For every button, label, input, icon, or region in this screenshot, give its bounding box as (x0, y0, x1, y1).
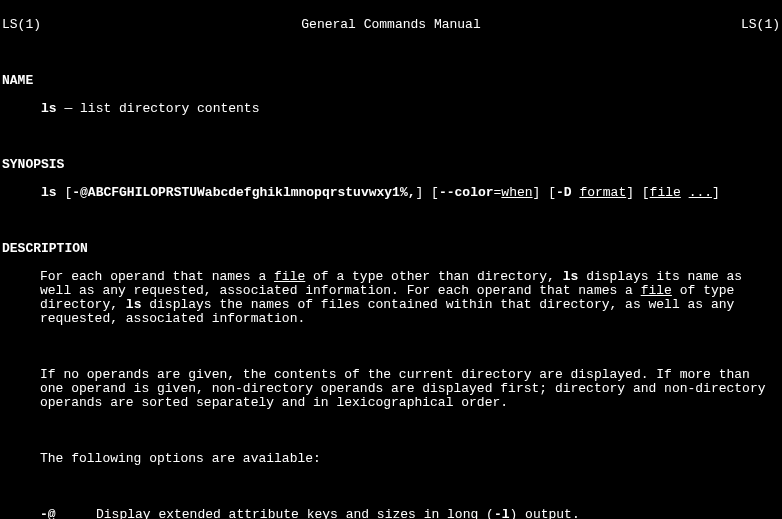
synopsis-when: when (501, 185, 532, 200)
synopsis-dots: ... (689, 185, 712, 200)
description-p1: For each operand that names a file of a … (2, 270, 780, 326)
option-flag: -@ (40, 508, 96, 519)
synopsis-D: -D (556, 185, 572, 200)
header-left: LS(1) (2, 18, 41, 32)
file-ref: file (641, 283, 672, 298)
section-description-heading: DESCRIPTION (2, 242, 780, 256)
man-header: LS(1) General Commands Manual LS(1) (2, 18, 780, 32)
name-line: ls — list directory contents (2, 102, 780, 116)
synopsis-format: format (579, 185, 626, 200)
synopsis-file: file (650, 185, 681, 200)
synopsis-color-opt: --color (439, 185, 494, 200)
option-body: Display extended attribute keys and size… (96, 508, 780, 519)
description-p2: If no operands are given, the contents o… (2, 368, 780, 410)
option-at: -@ Display extended attribute keys and s… (2, 508, 780, 519)
section-synopsis-heading: SYNOPSIS (2, 158, 780, 172)
man-page: LS(1) General Commands Manual LS(1) NAME… (0, 0, 782, 519)
synopsis-flags: @ABCFGHILOPRSTUWabcdefghiklmnopqrstuvwxy… (80, 185, 415, 200)
ls-ref: ls (126, 297, 142, 312)
synopsis-cmd: ls (41, 185, 57, 200)
header-center: General Commands Manual (41, 18, 741, 32)
section-name-heading: NAME (2, 74, 780, 88)
synopsis-line: ls [-@ABCFGHILOPRSTUWabcdefghiklmnopqrst… (2, 186, 780, 200)
name-desc: list directory contents (80, 101, 259, 116)
name-cmd: ls (41, 101, 57, 116)
description-p3: The following options are available: (2, 452, 780, 466)
ls-ref: ls (563, 269, 579, 284)
header-right: LS(1) (741, 18, 780, 32)
file-ref: file (274, 269, 305, 284)
